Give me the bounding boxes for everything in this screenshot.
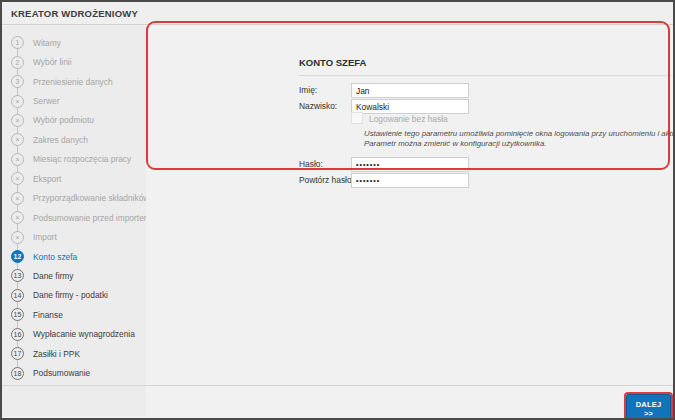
repeat-password-input[interactable]	[351, 173, 469, 188]
parameter-note-line2: Parametr można zmienić w konfiguracji uż…	[364, 139, 546, 148]
step-label: Witamy	[33, 38, 61, 48]
step-label: Wybór linii	[33, 57, 72, 67]
sidebar-step-12[interactable]: 12 Konto szefa	[2, 247, 146, 266]
first-name-label: Imię:	[299, 85, 317, 95]
step-label: Wypłacanie wynagrodzenia	[33, 329, 135, 339]
step-label: Finanse	[33, 310, 63, 320]
step-number: 18	[11, 367, 24, 380]
step-label: Konto szefa	[33, 252, 77, 262]
last-name-label: Nazwisko:	[299, 101, 337, 111]
step-label: Zasiłki i PPK	[33, 349, 80, 359]
sidebar-step-7[interactable]: × Miesiąc rozpoczęcia pracy	[2, 150, 146, 169]
step-label: Dane firmy	[33, 271, 74, 281]
annotation-button-outline: DALEJ >>	[624, 392, 673, 420]
parameter-note-line1: Ustawienie tego parametru umożliwia pomi…	[364, 129, 675, 138]
wizard-window: KREATOR WDROŻENIOWY 1 Witamy 2 Wybór lin…	[0, 0, 675, 420]
step-number: 13	[11, 269, 24, 282]
first-name-input[interactable]	[351, 83, 469, 98]
step-label: Eksport	[33, 174, 61, 184]
step-label: Miesiąc rozpoczęcia pracy	[33, 154, 131, 164]
next-button[interactable]: DALEJ >>	[626, 394, 671, 420]
step-label: Serwer	[33, 96, 60, 106]
sidebar-step-1[interactable]: 1 Witamy	[2, 33, 146, 52]
skipped-x-icon: ×	[11, 133, 24, 146]
step-number: 3	[11, 75, 24, 88]
step-number: 14	[11, 289, 24, 302]
skipped-x-icon: ×	[11, 153, 24, 166]
sidebar-step-17[interactable]: 17 Zasiłki i PPK	[2, 344, 146, 363]
sidebar-step-5[interactable]: × Wybór podmiotu	[2, 111, 146, 130]
sidebar-step-16[interactable]: 16 Wypłacanie wynagrodzenia	[2, 325, 146, 344]
main-content: KONTO SZEFA ? Imię: Nazwisko: Logowanie …	[146, 26, 671, 416]
step-number: 1	[11, 36, 24, 49]
sidebar-step-9[interactable]: × Przyporządkowanie składników	[2, 189, 146, 208]
skipped-x-icon: ×	[11, 231, 24, 244]
sidebar-step-14[interactable]: 14 Dane firmy - podatki	[2, 286, 146, 305]
footer-separator	[2, 385, 673, 386]
step-number: 2	[11, 56, 24, 69]
skipped-x-icon: ×	[11, 95, 24, 108]
password-label: Hasło:	[299, 159, 323, 169]
step-number: 17	[11, 347, 24, 360]
wizard-steps-list: 1 Witamy 2 Wybór linii 3 Przeniesienie d…	[2, 26, 146, 383]
step-label: Wybór podmiotu	[33, 115, 94, 125]
sidebar-step-11[interactable]: × Import	[2, 227, 146, 246]
sidebar-step-6[interactable]: × Zakres danych	[2, 130, 146, 149]
sidebar-step-18[interactable]: 18 Podsumowanie	[2, 363, 146, 382]
repeat-password-label: Powtórz hasło:	[299, 175, 354, 185]
step-number: 16	[11, 328, 24, 341]
no-password-login-label: Logowanie bez hasła	[369, 114, 448, 124]
sidebar-step-13[interactable]: 13 Dane firmy	[2, 266, 146, 285]
sidebar-step-8[interactable]: × Eksport	[2, 169, 146, 188]
sidebar: 1 Witamy 2 Wybór linii 3 Przeniesienie d…	[2, 26, 146, 416]
step-label: Zakres danych	[33, 135, 88, 145]
sidebar-step-4[interactable]: × Serwer	[2, 91, 146, 110]
skipped-x-icon: ×	[11, 192, 24, 205]
step-label: Podsumowanie przed importem	[33, 213, 151, 223]
sidebar-step-15[interactable]: 15 Finanse	[2, 305, 146, 324]
app-title: KREATOR WDROŻENIOWY	[2, 2, 673, 25]
sidebar-step-2[interactable]: 2 Wybór linii	[2, 52, 146, 71]
step-label: Przeniesienie danych	[33, 77, 113, 87]
step-number: 15	[11, 308, 24, 321]
panel-title-separator	[298, 75, 675, 76]
panel-title: KONTO SZEFA	[299, 57, 366, 68]
no-password-login-checkbox[interactable]	[351, 112, 363, 124]
step-label: Dane firmy - podatki	[33, 290, 108, 300]
sidebar-step-3[interactable]: 3 Przeniesienie danych	[2, 72, 146, 91]
step-label: Import	[33, 232, 57, 242]
skipped-x-icon: ×	[11, 114, 24, 127]
last-name-input[interactable]	[351, 99, 469, 114]
step-label: Przyporządkowanie składników	[33, 193, 149, 203]
sidebar-step-10[interactable]: × Podsumowanie przed importem	[2, 208, 146, 227]
step-label: Podsumowanie	[33, 368, 90, 378]
password-input[interactable]	[351, 157, 469, 172]
skipped-x-icon: ×	[11, 172, 24, 185]
step-number: 12	[11, 250, 24, 263]
skipped-x-icon: ×	[11, 211, 24, 224]
